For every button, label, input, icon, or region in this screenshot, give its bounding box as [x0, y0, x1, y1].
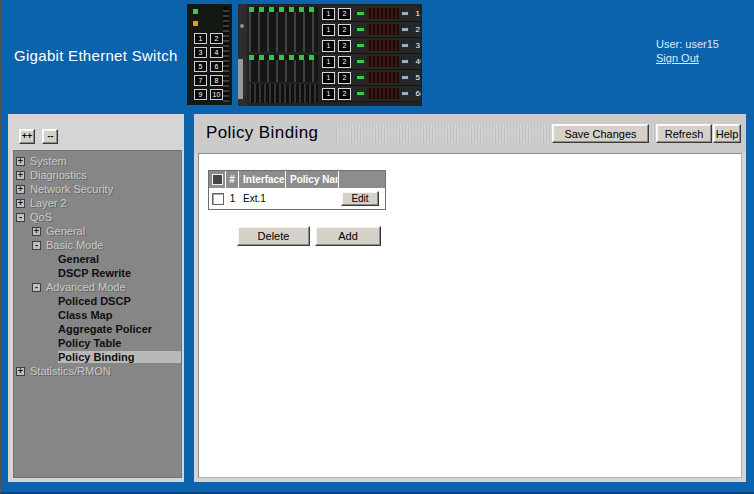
blade-connector-icon — [401, 27, 409, 32]
sidebar-item-policy-table[interactable]: Policy Table — [14, 336, 181, 350]
module-ports: 12345678910 — [194, 33, 223, 100]
refresh-button[interactable]: Refresh — [656, 124, 712, 143]
module-port-7[interactable]: 7 — [194, 75, 207, 86]
collapse-all-button[interactable]: -- — [42, 129, 58, 144]
tree-toolbar: ++ -- — [19, 125, 61, 144]
expand-icon[interactable]: + — [16, 171, 25, 180]
chassis-drive-bay — [249, 55, 318, 82]
app-title: Gigabit Ethernet Switch — [14, 47, 178, 64]
sidebar-item-label: QoS — [30, 211, 52, 223]
blade-texture — [367, 88, 399, 99]
column-header-number: # — [226, 171, 239, 188]
chassis-port-2[interactable]: 2 — [338, 88, 351, 100]
sidebar-item-aggregate-policer[interactable]: Aggregate Policer — [14, 322, 181, 336]
chassis-blade-row: 124 — [320, 54, 420, 70]
chassis-drive-bay — [249, 7, 318, 52]
sidebar-item-diagnostics[interactable]: +Diagnostics — [14, 168, 181, 182]
chassis-port-2[interactable]: 2 — [338, 72, 351, 84]
blade-slot-number: 5 — [411, 73, 420, 82]
sidebar-item-basic-mode[interactable]: -Basic Mode — [14, 238, 181, 252]
blade-connector-icon — [401, 43, 409, 48]
module-port-8[interactable]: 8 — [210, 75, 223, 86]
module-port-4[interactable]: 4 — [210, 47, 223, 58]
sidebar-item-label: Aggregate Policer — [58, 323, 152, 335]
row-actions-cell: Edit — [339, 191, 383, 206]
module-port-1[interactable]: 1 — [194, 33, 207, 44]
chassis-port-1[interactable]: 1 — [322, 72, 335, 84]
chassis-vent-grid — [249, 84, 318, 103]
chassis-rows: 121122123124125126 — [320, 6, 420, 102]
switch-module-image: 12345678910 — [187, 4, 232, 105]
sidebar-item-layer-2[interactable]: +Layer 2 — [14, 196, 181, 210]
sign-out-link[interactable]: Sign Out — [656, 51, 699, 65]
row-number-cell: 1 — [226, 193, 239, 204]
chassis-port-2[interactable]: 2 — [338, 40, 351, 52]
chassis-port-1[interactable]: 1 — [322, 56, 335, 68]
module-vent-icon — [223, 7, 229, 102]
sidebar-item-general[interactable]: General — [14, 252, 181, 266]
edit-button[interactable]: Edit — [341, 191, 379, 206]
blade-connector-icon — [401, 59, 409, 64]
expand-icon[interactable]: + — [16, 157, 25, 166]
blade-texture — [367, 72, 399, 83]
user-label: User: user15 — [656, 37, 719, 51]
sidebar-item-advanced-mode[interactable]: -Advanced Mode — [14, 280, 181, 294]
chassis-blade-row: 125 — [320, 70, 420, 86]
chassis-blade-row: 121 — [320, 6, 420, 22]
collapse-icon[interactable]: - — [32, 283, 41, 292]
help-button[interactable]: Help — [713, 124, 741, 143]
module-status-led-green-icon — [193, 9, 198, 14]
chassis-port-2[interactable]: 2 — [338, 8, 351, 20]
sidebar-item-policed-dscp[interactable]: Policed DSCP — [14, 294, 181, 308]
sidebar-item-label: Policy Table — [58, 337, 121, 349]
module-port-6[interactable]: 6 — [210, 61, 223, 72]
user-info: User: user15 Sign Out — [656, 37, 719, 65]
sidebar-item-network-security[interactable]: +Network Security — [14, 182, 181, 196]
expand-icon[interactable]: + — [16, 367, 25, 376]
chassis-image: 121122123124125126 — [238, 4, 422, 106]
chassis-port-2[interactable]: 2 — [338, 56, 351, 68]
sidebar-item-statistics-rmon[interactable]: +Statistics/RMON — [14, 364, 181, 378]
sidebar-item-dscp-rewrite[interactable]: DSCP Rewrite — [14, 266, 181, 280]
module-port-2[interactable]: 2 — [210, 33, 223, 44]
module-port-3[interactable]: 3 — [194, 47, 207, 58]
expand-all-button[interactable]: ++ — [19, 129, 35, 144]
title-band: Policy Binding Save Changes Refresh Help — [194, 114, 746, 153]
sidebar-item-label: Layer 2 — [30, 197, 67, 209]
module-port-9[interactable]: 9 — [194, 89, 207, 100]
sidebar-item-general[interactable]: +General — [14, 224, 181, 238]
blade-connector-icon — [401, 11, 409, 16]
content-area: # Interface Policy Name 1Ext.1Edit Delet… — [198, 153, 742, 478]
expand-icon[interactable]: + — [16, 199, 25, 208]
delete-button[interactable]: Delete — [237, 226, 310, 246]
blade-led-icon — [357, 28, 364, 31]
sidebar-item-system[interactable]: +System — [14, 154, 181, 168]
module-port-5[interactable]: 5 — [194, 61, 207, 72]
sidebar-item-qos[interactable]: -QoS — [14, 210, 181, 224]
sidebar: ++ -- +System+Diagnostics+Network Securi… — [8, 114, 184, 482]
chassis-port-1[interactable]: 1 — [322, 24, 335, 36]
chassis-port-1[interactable]: 1 — [322, 88, 335, 100]
row-checkbox[interactable] — [212, 193, 224, 205]
expand-icon[interactable]: + — [32, 227, 41, 236]
select-all-checkbox[interactable] — [212, 174, 223, 185]
chassis-handle — [238, 59, 243, 99]
sidebar-item-label: Class Map — [58, 309, 112, 321]
save-changes-button[interactable]: Save Changes — [552, 124, 649, 143]
bay-slats — [249, 60, 318, 82]
sidebar-item-class-map[interactable]: Class Map — [14, 308, 181, 322]
sidebar-item-label: Policed DSCP — [58, 295, 131, 307]
sidebar-item-policy-binding[interactable]: Policy Binding — [14, 350, 181, 364]
module-port-10[interactable]: 10 — [210, 89, 223, 100]
chassis-port-2[interactable]: 2 — [338, 24, 351, 36]
add-button[interactable]: Add — [315, 226, 381, 246]
sidebar-item-label: Advanced Mode — [46, 281, 126, 293]
chassis-blade-row: 123 — [320, 38, 420, 54]
chassis-port-1[interactable]: 1 — [322, 8, 335, 20]
collapse-icon[interactable]: - — [16, 213, 25, 222]
chassis-port-1[interactable]: 1 — [322, 40, 335, 52]
blade-texture — [367, 24, 399, 35]
collapse-icon[interactable]: - — [32, 241, 41, 250]
expand-icon[interactable]: + — [16, 185, 25, 194]
sidebar-item-label: Basic Mode — [46, 239, 103, 251]
